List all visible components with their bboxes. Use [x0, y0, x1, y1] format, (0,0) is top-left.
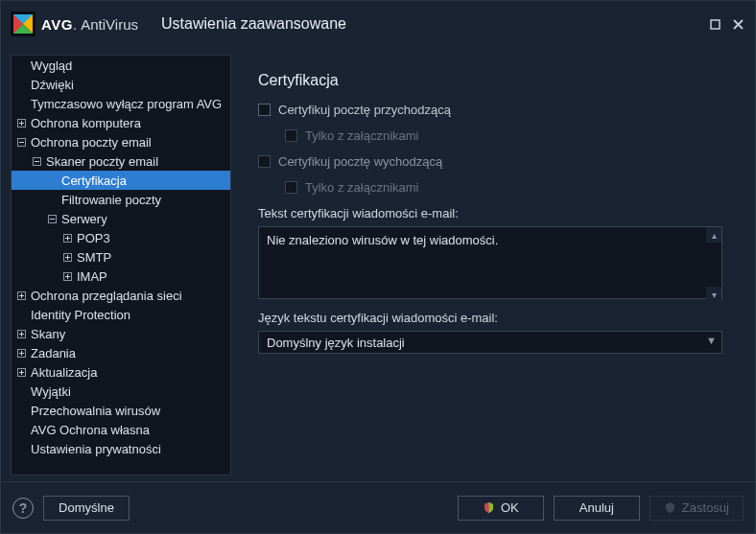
- ok-button[interactable]: OK: [458, 496, 544, 521]
- tree-item-label: SMTP: [77, 250, 111, 265]
- settings-window: AVG. AntiVirus Ustawienia zaawansowane W…: [0, 0, 756, 534]
- tree-item[interactable]: Ochrona przeglądania sieci: [12, 286, 230, 305]
- tree-item-label: Aktualizacja: [31, 365, 97, 380]
- tree-item[interactable]: Skany: [12, 324, 230, 343]
- tree-item[interactable]: Skaner poczty email: [12, 151, 230, 171]
- tree-item[interactable]: Dźwięki: [12, 75, 230, 94]
- tree-item-label: Ustawienia prywatności: [31, 442, 161, 456]
- tree-item-label: Ochrona przeglądania sieci: [31, 289, 182, 303]
- avg-logo-icon: [11, 12, 35, 36]
- expand-icon[interactable]: [15, 117, 27, 128]
- tree-item[interactable]: Wyjątki: [12, 382, 230, 401]
- scroll-down-icon[interactable]: ▾: [706, 287, 721, 302]
- expand-icon[interactable]: [15, 347, 27, 359]
- tree-item[interactable]: POP3: [12, 228, 230, 247]
- expand-icon[interactable]: [15, 328, 27, 339]
- tree-item[interactable]: Ustawienia prywatności: [12, 439, 230, 458]
- defaults-button[interactable]: Domyślne: [43, 496, 130, 521]
- shield-icon: [483, 501, 495, 514]
- scroll-up-icon[interactable]: ▴: [706, 227, 721, 243]
- tree-item[interactable]: SMTP: [12, 247, 230, 267]
- titlebar: AVG. AntiVirus Ustawienia zaawansowane: [1, 1, 755, 47]
- certify-incoming-checkbox[interactable]: Certyfikuj pocztę przychodzącą: [258, 103, 722, 117]
- outgoing-attachments-only-checkbox: Tylko z załącznikami: [285, 180, 722, 195]
- incoming-attachments-only-checkbox: Tylko z załącznikami: [285, 128, 722, 143]
- settings-tree[interactable]: WyglądDźwiękiTymczasowo wyłącz program A…: [11, 55, 231, 476]
- app-logo: AVG. AntiVirus: [11, 12, 138, 36]
- tree-item[interactable]: Certyfikacja: [12, 171, 230, 190]
- section-title: Certyfikacja: [258, 72, 722, 89]
- cancel-button[interactable]: Anuluj: [554, 496, 640, 521]
- window-title: Ustawienia zaawansowane: [161, 15, 346, 33]
- certify-outgoing-checkbox[interactable]: Certyfikuj pocztę wychodzącą: [258, 154, 722, 169]
- expand-icon[interactable]: [61, 232, 73, 244]
- shield-icon: [664, 501, 676, 514]
- tree-item[interactable]: Ochrona komputera: [12, 113, 230, 132]
- tree-item[interactable]: IMAP: [12, 267, 230, 286]
- collapse-icon[interactable]: [31, 155, 42, 167]
- collapse-icon[interactable]: [15, 136, 27, 148]
- tree-item[interactable]: Wygląd: [12, 56, 230, 75]
- tree-item-label: POP3: [77, 231, 110, 245]
- tree-item[interactable]: Aktualizacja: [12, 362, 230, 382]
- cert-text-input[interactable]: [258, 226, 722, 299]
- tree-item-label: Przechowalnia wirusów: [31, 404, 160, 418]
- tree-item[interactable]: Przechowalnia wirusów: [12, 401, 230, 420]
- expand-icon[interactable]: [15, 290, 27, 301]
- cert-lang-label: Język tekstu certyfikacji wiadomości e-m…: [258, 311, 722, 325]
- footer: ? Domyślne OK Anuluj Zastosuj: [1, 481, 755, 533]
- tree-item-label: Skany: [31, 327, 65, 341]
- svg-rect-5: [711, 20, 720, 29]
- tree-item-label: Certyfikacja: [61, 174, 127, 188]
- tree-item-label: Serwery: [61, 212, 107, 226]
- close-icon[interactable]: [730, 16, 745, 32]
- expand-icon[interactable]: [15, 366, 27, 378]
- tree-item[interactable]: Zadania: [12, 343, 230, 362]
- tree-item-label: Dźwięki: [31, 78, 74, 92]
- apply-button: Zastosuj: [650, 496, 744, 521]
- tree-item-label: AVG Ochrona własna: [31, 423, 150, 437]
- tree-item-label: Tymczasowo wyłącz program AVG: [31, 97, 222, 111]
- expand-icon[interactable]: [61, 251, 73, 263]
- tree-item-label: Wyjątki: [31, 384, 71, 399]
- cert-text-label: Tekst certyfikacji wiadomości e-mail:: [258, 206, 722, 221]
- collapse-icon[interactable]: [46, 213, 58, 224]
- tree-item-label: IMAP: [77, 269, 107, 284]
- tree-item-label: Zadania: [31, 346, 76, 360]
- tree-item[interactable]: Identity Protection: [12, 305, 230, 324]
- tree-item-label: Ochrona poczty email: [31, 135, 152, 150]
- content-panel: Certyfikacja Certyfikuj pocztę przychodz…: [235, 55, 745, 476]
- logo-text: AVG. AntiVirus: [41, 16, 138, 33]
- maximize-icon[interactable]: [707, 16, 722, 32]
- tree-item-label: Skaner poczty email: [46, 154, 158, 169]
- cert-lang-select[interactable]: Domyślny język instalacji: [258, 331, 722, 354]
- tree-item-label: Identity Protection: [31, 308, 130, 322]
- tree-item[interactable]: AVG Ochrona własna: [12, 420, 230, 439]
- tree-item-label: Wygląd: [31, 58, 72, 73]
- expand-icon[interactable]: [61, 270, 73, 282]
- tree-item[interactable]: Serwery: [12, 209, 230, 228]
- tree-item[interactable]: Tymczasowo wyłącz program AVG: [12, 94, 230, 113]
- tree-item-label: Filtrowanie poczty: [61, 193, 161, 207]
- help-icon[interactable]: ?: [12, 498, 34, 519]
- tree-item-label: Ochrona komputera: [31, 116, 141, 130]
- tree-item[interactable]: Filtrowanie poczty: [12, 190, 230, 209]
- tree-item[interactable]: Ochrona poczty email: [12, 132, 230, 151]
